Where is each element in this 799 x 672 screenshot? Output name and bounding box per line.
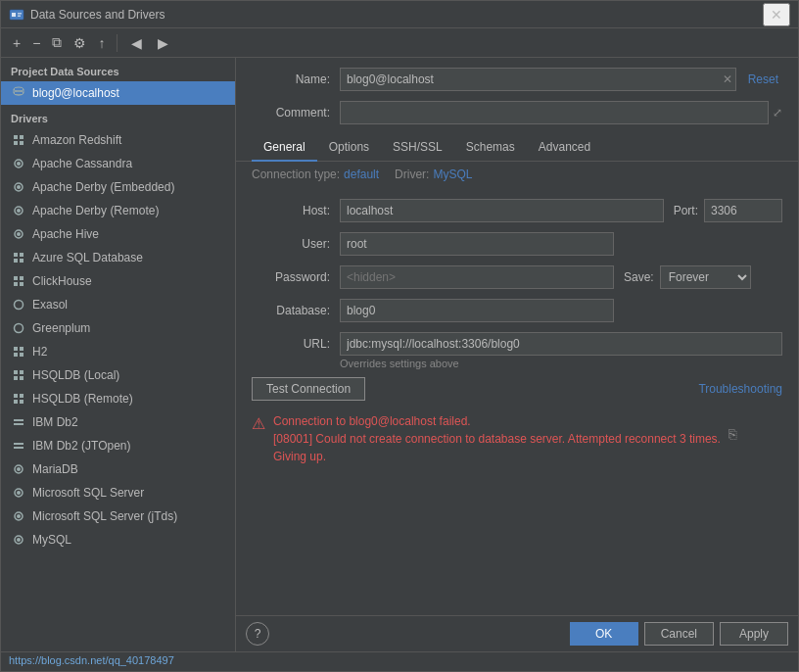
svg-rect-3 xyxy=(18,15,21,17)
remove-button[interactable]: − xyxy=(28,33,44,53)
reset-button[interactable]: Reset xyxy=(744,72,782,86)
driver-icon xyxy=(11,226,26,242)
error-line2: [08001] Could not create connection to d… xyxy=(273,430,721,448)
back-button[interactable]: ◀ xyxy=(125,33,148,53)
password-input[interactable] xyxy=(340,265,614,289)
tab-schemas[interactable]: Schemas xyxy=(454,134,527,162)
svg-point-17 xyxy=(17,232,21,236)
svg-point-26 xyxy=(15,301,24,310)
svg-point-13 xyxy=(17,185,21,189)
toolbar-separator xyxy=(117,34,118,52)
driver-item[interactable]: HSQLDB (Remote) xyxy=(1,387,235,410)
close-button[interactable]: ✕ xyxy=(763,3,790,26)
driver-icon xyxy=(11,414,26,430)
test-connection-button[interactable]: Test Connection xyxy=(252,377,365,401)
svg-point-5 xyxy=(14,91,24,95)
driver-item[interactable]: Microsoft SQL Server xyxy=(1,481,235,504)
save-select[interactable]: Forever For session Never xyxy=(660,265,751,289)
url-row: URL: Overrides settings above xyxy=(252,332,782,369)
connection-type-link[interactable]: default xyxy=(344,168,379,181)
driver-item[interactable]: Apache Hive xyxy=(1,222,235,246)
driver-item[interactable]: Amazon Redshift xyxy=(1,128,235,152)
svg-rect-19 xyxy=(20,253,24,257)
app-icon xyxy=(9,7,24,23)
sidebar-item-blog0[interactable]: blog0@localhost xyxy=(1,81,235,105)
cancel-button[interactable]: Cancel xyxy=(644,622,714,646)
svg-point-11 xyxy=(17,162,21,166)
url-hint: Overrides settings above xyxy=(340,358,782,369)
settings-button[interactable]: ⚙ xyxy=(70,33,90,53)
driver-icon xyxy=(11,132,26,148)
driver-item[interactable]: Greenplum xyxy=(1,316,235,340)
driver-item[interactable]: HSQLDB (Local) xyxy=(1,363,235,387)
status-url: https://blog.csdn.net/qq_40178497 xyxy=(9,654,174,666)
help-button[interactable]: ? xyxy=(246,622,269,646)
svg-rect-34 xyxy=(14,376,18,380)
svg-rect-2 xyxy=(18,13,22,15)
error-box: ⚠ Connection to blog0@localhost failed. … xyxy=(252,408,782,469)
tab-advanced[interactable]: Advanced xyxy=(527,134,602,162)
driver-item[interactable]: MariaDB xyxy=(1,457,235,481)
driver-item[interactable]: MySQL xyxy=(1,528,235,552)
name-clear-button[interactable]: ✕ xyxy=(723,72,732,86)
svg-rect-9 xyxy=(20,141,24,145)
driver-item[interactable]: Apache Cassandra xyxy=(1,152,235,175)
sidebar: Project Data Sources blog0@localhost Dri… xyxy=(1,58,236,651)
title-bar: Data Sources and Drivers ✕ xyxy=(1,1,798,28)
url-input[interactable] xyxy=(340,332,782,356)
apply-button[interactable]: Apply xyxy=(720,622,788,646)
driver-item[interactable]: Apache Derby (Embedded) xyxy=(1,175,235,199)
driver-item[interactable]: Exasol xyxy=(1,293,235,316)
svg-rect-31 xyxy=(20,353,24,357)
database-input[interactable] xyxy=(340,299,614,322)
ok-button[interactable]: OK xyxy=(570,622,638,646)
error-text: Connection to blog0@localhost failed. [0… xyxy=(273,412,721,465)
svg-point-47 xyxy=(17,491,21,495)
driver-item[interactable]: ClickHouse xyxy=(1,269,235,293)
driver-label: Apache Derby (Embedded) xyxy=(32,180,174,194)
add-button[interactable]: + xyxy=(9,33,24,53)
driver-label: Microsoft SQL Server (jTds) xyxy=(32,509,177,523)
svg-rect-28 xyxy=(14,347,18,351)
driver-icon xyxy=(11,438,26,454)
port-input[interactable] xyxy=(704,199,782,222)
driver-icon xyxy=(11,297,26,312)
driver-item[interactable]: IBM Db2 (JTOpen) xyxy=(1,434,235,457)
driver-label: IBM Db2 xyxy=(32,415,78,429)
driver-item[interactable]: IBM Db2 xyxy=(1,410,235,434)
copy-button[interactable]: ⧉ xyxy=(48,32,66,53)
comment-expand-icon[interactable]: ⤢ xyxy=(773,106,782,120)
driver-icon xyxy=(11,203,26,218)
driver-icon xyxy=(11,156,26,171)
user-input[interactable] xyxy=(340,232,614,256)
svg-rect-36 xyxy=(14,394,18,398)
driver-label: HSQLDB (Local) xyxy=(32,368,119,382)
copy-error-icon[interactable]: ⎘ xyxy=(728,426,736,442)
driver-item[interactable]: Microsoft SQL Server (jTds) xyxy=(1,504,235,528)
toolbar: + − ⧉ ⚙ ↑ ◀ ▶ xyxy=(1,28,798,58)
svg-rect-35 xyxy=(20,376,24,380)
name-input[interactable] xyxy=(340,68,736,91)
driver-item[interactable]: Apache Derby (Remote) xyxy=(1,199,235,222)
comment-input[interactable] xyxy=(340,101,769,124)
tab-sshssl[interactable]: SSH/SSL xyxy=(381,134,454,162)
user-row: User: xyxy=(252,232,782,256)
forward-button[interactable]: ▶ xyxy=(152,33,174,53)
tab-general[interactable]: General xyxy=(252,134,317,162)
tab-options[interactable]: Options xyxy=(317,134,381,162)
svg-point-4 xyxy=(14,87,24,91)
host-port-row: Host: Port: xyxy=(252,199,782,222)
svg-point-45 xyxy=(17,467,21,471)
svg-rect-37 xyxy=(20,394,24,398)
port-label: Port: xyxy=(674,204,698,217)
troubleshooting-link[interactable]: Troubleshooting xyxy=(698,382,782,396)
driver-item[interactable]: Azure SQL Database xyxy=(1,246,235,269)
export-button[interactable]: ↑ xyxy=(94,33,109,53)
svg-rect-33 xyxy=(20,370,24,374)
name-input-wrap: ✕ xyxy=(340,68,736,91)
svg-rect-6 xyxy=(14,135,18,139)
error-line1: Connection to blog0@localhost failed. xyxy=(273,412,721,430)
driver-item[interactable]: H2 xyxy=(1,340,235,363)
driver-link[interactable]: MySQL xyxy=(433,168,472,181)
host-input[interactable] xyxy=(340,199,664,222)
